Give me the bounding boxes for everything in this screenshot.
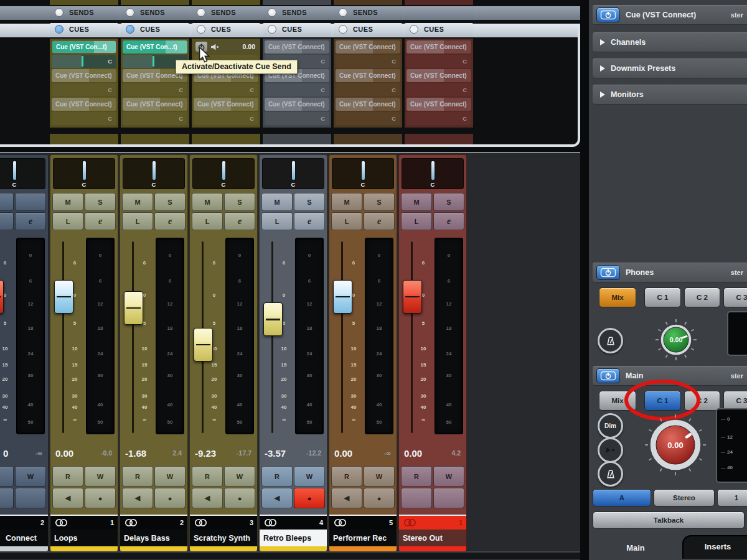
cues-indicator[interactable]	[268, 25, 276, 34]
channel-name[interactable]: Loops	[50, 530, 118, 546]
listen-button[interactable]: L	[331, 212, 362, 230]
channel-name[interactable]: Performer Rec	[329, 530, 397, 546]
cues-indicator[interactable]	[126, 25, 134, 34]
channel-name[interactable]: Stereo Out	[399, 530, 466, 546]
edit-button[interactable]: e	[364, 212, 395, 230]
cues-header[interactable]: CUES	[121, 23, 189, 36]
read-button[interactable]: R	[52, 466, 83, 487]
read-button[interactable]	[0, 466, 14, 487]
cues-indicator[interactable]	[339, 25, 347, 34]
monitor-button[interactable]	[401, 488, 432, 508]
record-button[interactable]: ●	[364, 488, 395, 508]
sends-indicator[interactable]	[55, 8, 63, 17]
main-c1-button[interactable]: C 1	[644, 391, 681, 411]
sends-header[interactable]: SENDS	[121, 6, 189, 19]
mute-button[interactable]	[0, 193, 14, 211]
write-button[interactable]: W	[85, 466, 116, 487]
channel-name[interactable]: Delays Bass	[120, 530, 187, 546]
cue-send-slot[interactable]: Cue (VST Connect)	[265, 40, 329, 54]
section-monitors[interactable]: Monitors	[593, 85, 747, 105]
write-button[interactable]: W	[364, 466, 395, 487]
cue-send-slot[interactable]: Cue (VST Connect)	[336, 40, 400, 54]
monitor-button[interactable]: ◀	[52, 488, 83, 508]
pan-control[interactable]: C	[53, 158, 115, 189]
sends-indicator[interactable]	[126, 8, 134, 17]
pan-control[interactable]: C	[0, 158, 45, 189]
channel-name[interactable]: Retro Bleeps	[260, 530, 327, 546]
tab-inserts[interactable]: Inserts	[682, 535, 747, 559]
fader-track[interactable]	[62, 241, 64, 433]
fader-handle[interactable]	[333, 280, 352, 314]
solo-button[interactable]: S	[85, 193, 116, 211]
cue-pan-bar[interactable]: C	[123, 83, 187, 96]
fader-handle[interactable]	[124, 291, 143, 325]
cue-pan-bar[interactable]: C	[194, 112, 258, 125]
cues-header[interactable]: CUES	[405, 23, 473, 36]
cue-pan-bar[interactable]: C	[336, 112, 400, 125]
listen-button[interactable]: L	[401, 212, 432, 230]
cues-indicator[interactable]	[410, 25, 418, 34]
fader-track[interactable]	[271, 241, 273, 433]
tab-main[interactable]: Main	[589, 539, 682, 558]
read-button[interactable]: R	[261, 466, 293, 487]
read-button[interactable]: R	[331, 466, 362, 487]
sends-indicator[interactable]	[268, 8, 276, 17]
cue-pan-bar[interactable]: C	[52, 55, 116, 68]
record-button[interactable]	[433, 488, 464, 508]
fader-track[interactable]	[132, 241, 134, 433]
cue-send-slot[interactable]: Cue (VST Con...t)	[52, 40, 116, 54]
main-header[interactable]: Main ster	[593, 366, 747, 386]
cue-pan-bar[interactable]: C	[406, 55, 471, 68]
channel-name[interactable]: Scratchy Synth	[190, 530, 257, 546]
channel-name[interactable]: Connect	[0, 530, 48, 546]
pan-control[interactable]: C	[262, 158, 324, 189]
record-button[interactable]: ●	[85, 488, 116, 508]
cue-send-slot[interactable]: Cue (VST Connect)	[265, 98, 329, 111]
phones-header[interactable]: Phones ster	[593, 263, 747, 282]
power-icon[interactable]	[596, 368, 620, 383]
monitor-button[interactable]: ◀	[331, 488, 362, 508]
fader-value[interactable]: 0.00	[399, 448, 422, 459]
cue-send-slot[interactable]: Cue (VST Connect)	[336, 69, 400, 82]
read-button[interactable]: R	[192, 466, 223, 487]
cues-header[interactable]: CUES	[263, 23, 331, 36]
solo-button[interactable]: S	[154, 193, 186, 211]
monitor-button[interactable]	[0, 488, 14, 508]
cue-connect-header[interactable]: Cue (VST Connect) ster	[593, 5, 747, 25]
listen-button[interactable]: L	[52, 212, 83, 230]
record-button[interactable]: ●	[294, 488, 325, 508]
cue-send-slot[interactable]: Cue (VST Connect)	[123, 98, 187, 111]
main-level-knob[interactable]: 0.00	[643, 413, 708, 480]
cue-pan-bar[interactable]: C	[265, 83, 329, 96]
cue-send-slot[interactable]: Cue (VST Connect)	[194, 98, 258, 111]
phones-click-icon[interactable]	[598, 328, 623, 353]
cue-pan-bar[interactable]: C	[265, 112, 329, 125]
fader-track[interactable]	[341, 241, 343, 433]
fader-handle[interactable]	[0, 280, 4, 314]
cue-send-slot[interactable]: Cue (VST Connect)	[52, 98, 116, 111]
downmix-1-button[interactable]: 1	[717, 489, 747, 506]
cues-indicator[interactable]	[55, 25, 63, 34]
phones-c1-button[interactable]: C 1	[644, 287, 681, 307]
cue-send-slot[interactable]: Cue (VST Connect)	[406, 98, 471, 111]
cue-pan-bar[interactable]: C	[194, 83, 258, 96]
cue-send-slot[interactable]: Cue (VST Connect)	[52, 69, 116, 82]
dim-button[interactable]: Dim	[598, 413, 623, 439]
mute-button[interactable]: M	[331, 193, 362, 211]
phones-c3-button[interactable]: C 3	[723, 287, 747, 307]
cue-pan-bar[interactable]: C	[406, 83, 471, 96]
phones-level-knob[interactable]: 0.00	[652, 316, 700, 366]
fader-handle[interactable]	[194, 328, 213, 362]
fader-value[interactable]: 0	[0, 448, 8, 459]
fader-value[interactable]: 0.00	[329, 448, 352, 459]
write-button[interactable]: W	[294, 466, 325, 487]
monitor-button[interactable]: ◀	[261, 488, 293, 508]
solo-button[interactable]: S	[294, 193, 325, 211]
sends-header[interactable]: SENDS	[263, 6, 331, 19]
write-button[interactable]: W	[154, 466, 186, 487]
fader-value[interactable]: -1.68	[120, 448, 146, 459]
read-button[interactable]: R	[401, 466, 432, 487]
cue-pan-bar[interactable]: C	[52, 112, 116, 125]
monitor-button[interactable]: ◀	[192, 488, 223, 508]
write-button[interactable]: W	[224, 466, 255, 487]
